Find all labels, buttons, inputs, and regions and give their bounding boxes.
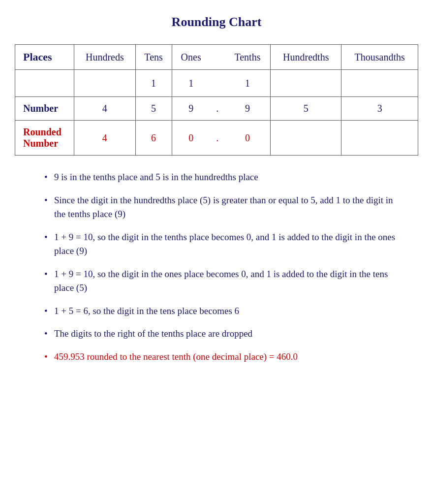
rounded-decimal: .	[210, 121, 225, 156]
bullet-6: The digits to the right of the tenths pl…	[44, 327, 403, 341]
bullet-7: 459.953 rounded to the nearest tenth (on…	[44, 350, 403, 364]
col-header-decimal	[210, 45, 225, 70]
rounded-ones: 0	[172, 121, 210, 156]
number-ones: 9	[172, 97, 210, 121]
number-tens: 5	[135, 97, 172, 121]
number-decimal: .	[210, 97, 225, 121]
number-label: Number	[15, 97, 74, 121]
place-tens: 1	[135, 70, 172, 97]
rounded-thousandths	[341, 121, 418, 156]
bullet-2: Since the digit in the hundredths place …	[44, 193, 403, 221]
bullet-5: 1 + 5 = 6, so the digit in the tens plac…	[44, 304, 403, 318]
col-header-tenths: Tenths	[225, 45, 271, 70]
col-header-hundreds: Hundreds	[74, 45, 136, 70]
rounded-tens: 6	[135, 121, 172, 156]
table-number-row: Number 4 5 9 . 9 5 3	[15, 97, 418, 121]
page-title: Rounding Chart	[15, 15, 418, 30]
number-thousandths: 3	[341, 97, 418, 121]
bullet-3: 1 + 9 = 10, so the digit in the tenths p…	[44, 230, 403, 258]
col-header-thousandths: Thousandths	[341, 45, 418, 70]
col-header-tens: Tens	[135, 45, 172, 70]
rounded-hundreds: 4	[74, 121, 136, 156]
table-header-row: Places Hundreds Tens Ones Tenths Hundred…	[15, 45, 418, 70]
number-tenths: 9	[225, 97, 271, 121]
place-label	[15, 70, 74, 97]
bullet-1: 9 is in the tenths place and 5 is in the…	[44, 170, 403, 185]
place-ones: 1	[172, 70, 210, 97]
table-rounded-row: Rounded Number 4 6 0 . 0	[15, 121, 418, 156]
place-thousandths	[341, 70, 418, 97]
place-tenths: 1	[225, 70, 271, 97]
col-header-hundredths: Hundredths	[271, 45, 341, 70]
col-header-ones: Ones	[172, 45, 210, 70]
rounded-tenths: 0	[225, 121, 271, 156]
rounded-hundredths	[271, 121, 341, 156]
place-decimal	[210, 70, 225, 97]
number-hundredths: 5	[271, 97, 341, 121]
col-header-places: Places	[15, 45, 74, 70]
explanation-list: 9 is in the tenths place and 5 is in the…	[44, 170, 403, 364]
rounding-chart-table: Places Hundreds Tens Ones Tenths Hundred…	[15, 44, 418, 156]
place-hundredths	[271, 70, 341, 97]
place-hundreds	[74, 70, 136, 97]
table-place-row: 1 1 1	[15, 70, 418, 97]
bullet-4: 1 + 9 = 10, so the digit in the ones pla…	[44, 267, 403, 295]
rounded-label: Rounded Number	[15, 121, 74, 156]
number-hundreds: 4	[74, 97, 136, 121]
